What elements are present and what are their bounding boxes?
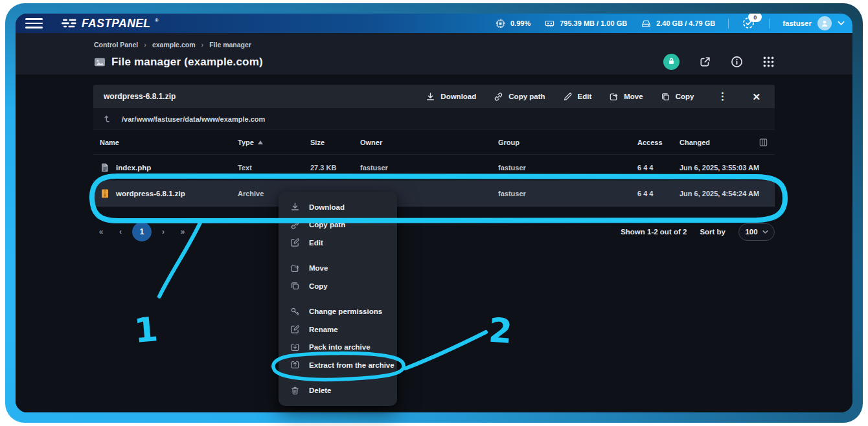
- cpu-icon: [496, 19, 505, 28]
- page-prev-button[interactable]: ‹: [113, 227, 128, 236]
- column-header-group[interactable]: Group: [498, 139, 637, 146]
- breadcrumb-separator: ›: [144, 41, 146, 49]
- column-header-name[interactable]: Name: [100, 139, 238, 146]
- table-row-index.php[interactable]: index.phpText27.3 KBfastuserfastuser6 4 …: [93, 155, 775, 181]
- table-row-wordpress-6.8.1.zip[interactable]: wordpress-6.8.1.zipArchivefastuser6 4 4J…: [93, 181, 775, 207]
- topbar-right: 0.99%795.39 MB / 1.00 GB2.40 GB / 4.79 G…: [496, 16, 852, 30]
- lock-icon: [667, 56, 676, 68]
- breadcrumb-item-domain[interactable]: example.com: [152, 41, 196, 49]
- sort-asc-icon: [258, 140, 263, 144]
- page-next-button[interactable]: ›: [155, 227, 171, 236]
- edit-icon: [563, 92, 573, 102]
- info-icon[interactable]: [731, 56, 743, 68]
- breadcrumb-item-file-manager[interactable]: File manager: [209, 41, 251, 49]
- page-current-button[interactable]: 1: [132, 222, 152, 241]
- tasks-notification-button[interactable]: 0: [742, 16, 756, 30]
- edit-button[interactable]: Edit: [563, 92, 592, 102]
- pagination: « ‹ 1 › »: [93, 222, 190, 241]
- tasks-badge: 0: [748, 14, 762, 22]
- breadcrumb-separator: ›: [201, 41, 203, 49]
- file-name: index.php: [116, 164, 151, 172]
- selected-file-name: wordpress-6.8.1.zip: [104, 92, 176, 101]
- menu-item-extract-from-the-archive[interactable]: Extract from the archive: [279, 356, 397, 374]
- close-selection-icon[interactable]: ✕: [748, 91, 764, 102]
- file-text-icon: [100, 163, 110, 173]
- chevron-down-icon: [762, 230, 768, 234]
- page-first-button[interactable]: «: [93, 227, 109, 236]
- file-changed-cell: Jun 6, 2025, 4:54:24 AM: [680, 190, 768, 197]
- menu-item-rename[interactable]: Rename: [279, 320, 397, 339]
- more-actions-kebab-icon[interactable]: ⋮: [713, 91, 731, 102]
- menu-item-download[interactable]: Download: [279, 198, 397, 216]
- download-button[interactable]: Download: [426, 92, 476, 102]
- stat-ram: 795.39 MB / 1.00 GB: [545, 19, 627, 28]
- menu-item-delete[interactable]: Delete: [279, 382, 397, 400]
- column-header-changed[interactable]: Changed: [680, 139, 768, 146]
- download-icon: [290, 202, 300, 212]
- avatar: [817, 16, 832, 30]
- copy-path-button[interactable]: Copy path: [494, 92, 545, 102]
- menu-item-change-permissions[interactable]: Change permissions: [279, 303, 397, 321]
- menu-item-move[interactable]: Move: [279, 260, 397, 278]
- column-header-type[interactable]: Type: [238, 139, 310, 146]
- page-size-select[interactable]: 100: [738, 223, 775, 241]
- menu-group: Change permissionsRenamePack into archiv…: [279, 303, 397, 374]
- file-changed-cell: Jun 6, 2025, 3:55:03 AM: [680, 164, 768, 172]
- menu-item-label: Edit: [309, 239, 323, 247]
- menu-item-label: Rename: [309, 326, 338, 333]
- key-icon: [290, 307, 300, 317]
- table-columns-icon[interactable]: [759, 137, 768, 147]
- move-icon: [609, 92, 619, 102]
- menu-item-copy[interactable]: Copy: [279, 277, 397, 295]
- title-actions: [663, 54, 775, 70]
- page-last-button[interactable]: »: [175, 227, 190, 236]
- menu-group: MoveCopy: [279, 260, 397, 295]
- apps-grid-icon[interactable]: [762, 56, 775, 68]
- menu-item-label: Copy path: [309, 221, 345, 229]
- file-archive-icon: [100, 188, 110, 199]
- button-label: Copy path: [508, 93, 545, 100]
- stat-cpu: 0.99%: [496, 19, 531, 28]
- column-header-access[interactable]: Access: [637, 139, 680, 146]
- breadcrumb-item-control-panel[interactable]: Control Panel: [94, 41, 138, 49]
- current-path[interactable]: /var/www/fastuser/data/www/example.com: [122, 115, 265, 123]
- page-title: File manager (example.com): [111, 56, 263, 69]
- pack-archive-icon: [290, 342, 300, 352]
- username: fastuser: [782, 19, 812, 27]
- window-frame: FASTPANEL ® 0.99%795.39 MB / 1.00 GB2.40…: [5, 3, 863, 423]
- divider: [769, 19, 770, 28]
- column-header-owner[interactable]: Owner: [360, 139, 498, 146]
- menu-item-label: Delete: [309, 387, 332, 394]
- download-icon: [426, 92, 435, 102]
- user-menu[interactable]: fastuser: [782, 16, 845, 30]
- menu-item-label: Change permissions: [309, 308, 382, 315]
- move-button[interactable]: Move: [609, 92, 643, 102]
- button-label: Move: [624, 93, 643, 100]
- fastpanel-logo[interactable]: FASTPANEL ®: [62, 17, 159, 30]
- menu-item-label: Copy: [309, 282, 328, 290]
- path-bar: /var/www/fastuser/data/www/example.com: [93, 108, 775, 130]
- copy-button[interactable]: Copy: [661, 92, 694, 102]
- app-window: FASTPANEL ® 0.99%795.39 MB / 1.00 GB2.40…: [16, 14, 852, 412]
- copy-icon: [661, 92, 670, 102]
- copy-icon: [290, 281, 300, 291]
- logo-registered-mark: ®: [155, 18, 158, 23]
- menu-item-edit[interactable]: Edit: [279, 234, 397, 252]
- up-directory-icon[interactable]: [104, 114, 113, 124]
- table-body: index.phpText27.3 KBfastuserfastuser6 4 …: [93, 155, 775, 207]
- button-label: Copy: [676, 93, 694, 100]
- extract-archive-icon: [290, 360, 300, 370]
- chevron-down-icon: [838, 21, 845, 26]
- menu-item-copy-path[interactable]: Copy path: [279, 216, 397, 234]
- hamburger-menu-button[interactable]: [25, 18, 43, 28]
- file-name-cell: wordpress-6.8.1.zip: [100, 188, 238, 199]
- edit-square-icon: [290, 238, 300, 247]
- move-icon: [290, 263, 300, 273]
- external-link-icon[interactable]: [699, 56, 711, 68]
- file-size-cell: 27.3 KB: [310, 164, 360, 172]
- menu-item-pack-into-archive[interactable]: Pack into archive: [279, 339, 397, 357]
- page-size-value: 100: [745, 228, 757, 236]
- file-group-cell: fastuser: [498, 164, 637, 172]
- lock-status-badge[interactable]: [663, 54, 680, 70]
- column-header-size[interactable]: Size: [310, 139, 360, 146]
